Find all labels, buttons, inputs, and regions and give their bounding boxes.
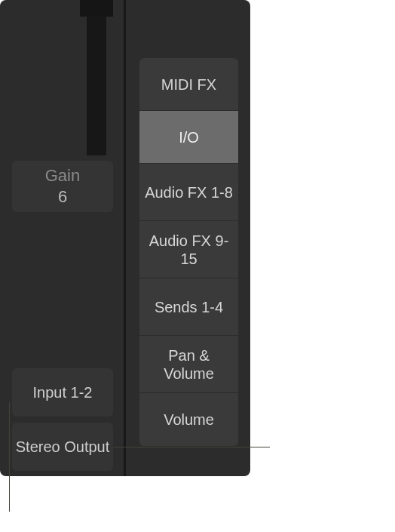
callout-line <box>9 402 10 512</box>
output-slot-label: Stereo Output <box>16 438 110 456</box>
meter-body <box>87 17 106 155</box>
output-slot[interactable]: Stereo Output <box>12 423 113 471</box>
channel-strip: Gain 6 Input 1-2 Stereo Output <box>0 0 124 476</box>
channel-strip-section-menu: MIDI FXI/OAudio FX 1-8Audio FX 9-15Sends… <box>139 58 238 446</box>
menu-item[interactable]: I/O <box>139 111 238 164</box>
mixer-panel: Gain 6 Input 1-2 Stereo Output MIDI FXI/… <box>0 0 250 476</box>
menu-item[interactable]: Sends 1-4 <box>139 278 238 336</box>
menu-item[interactable]: Audio FX 9-15 <box>139 221 238 278</box>
meter-clip-indicator <box>80 0 113 17</box>
gain-label: Gain <box>45 166 80 186</box>
gain-value: 6 <box>58 187 67 207</box>
menu-item[interactable]: Pan & Volume <box>139 336 238 393</box>
callout-line <box>113 447 270 447</box>
menu-item[interactable]: MIDI FX <box>139 58 238 111</box>
input-slot-label: Input 1-2 <box>33 384 93 401</box>
menu-item[interactable]: Volume <box>139 393 238 446</box>
gain-display[interactable]: Gain 6 <box>12 161 113 212</box>
level-meter <box>80 0 113 155</box>
input-slot[interactable]: Input 1-2 <box>12 368 113 417</box>
column-divider <box>124 0 126 476</box>
menu-item[interactable]: Audio FX 1-8 <box>139 164 238 221</box>
